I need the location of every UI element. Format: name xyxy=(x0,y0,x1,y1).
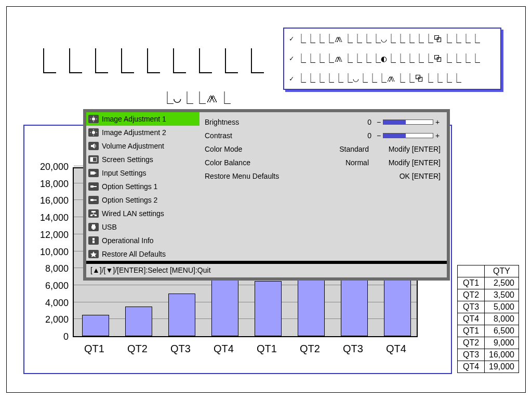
menu-item-operational-info[interactable]: Operational Info xyxy=(86,234,200,247)
menu-item-image-adjustment-1[interactable]: Image Adjustment 1 xyxy=(86,112,200,126)
option-value: Standard xyxy=(326,145,373,153)
subtitle-placeholder: ⎿◡⎿⎿⩕⎿ xyxy=(161,91,231,105)
menu-item-image-adjustment-2[interactable]: Image Adjustment 2 xyxy=(86,126,200,139)
menu-item-usb[interactable]: USB xyxy=(86,220,200,234)
bar xyxy=(255,281,282,336)
plus-icon[interactable]: + xyxy=(434,131,441,140)
menu-item-wired-lan-settings[interactable]: Wired LAN settings xyxy=(86,207,200,220)
x-tick-label: QT2 xyxy=(119,343,156,355)
option-label: Color Mode xyxy=(205,145,326,153)
menu-item-option-settings-1[interactable]: Option Settings 1 xyxy=(86,180,200,193)
menu-item-label: Screen Settings xyxy=(102,155,153,164)
menu-item-restore-all-defaults[interactable]: Restore All Defaults xyxy=(86,247,200,261)
y-tick-label: 2,000 xyxy=(32,314,69,325)
data-table: QTY QT12,500QT23,500QT35,000QT48,000QT16… xyxy=(457,265,519,373)
y-tick-label: 4,000 xyxy=(32,298,69,309)
option-brightness[interactable]: Brightness 0 −+ xyxy=(205,115,441,129)
legend-panel: ⎿⎿⎿⎿⩕⎿⎿⎿⎿◡⎿⎿⎿⎿⎿⧉⎿⎿⎿⎿ ⎿⎿⎿⎿⩕⎿⎿⎿⎿◐⎿⎿⎿⎿⎿⧉⎿⎿⎿… xyxy=(283,28,501,90)
menu-icon xyxy=(88,223,99,231)
menu-item-label: Volume Adjustment xyxy=(102,142,164,150)
plus-icon[interactable]: + xyxy=(434,118,441,126)
option-contrast[interactable]: Contrast 0 −+ xyxy=(205,129,441,142)
minus-icon[interactable]: − xyxy=(376,131,382,140)
option-color-balance[interactable]: Color Balance Normal Modify [ENTER] xyxy=(205,156,441,169)
y-tick-label: 18,000 xyxy=(32,179,69,190)
menu-item-label: Option Settings 2 xyxy=(102,196,157,204)
menu-item-label: Option Settings 1 xyxy=(102,182,157,191)
table-row: QT23,500 xyxy=(457,289,518,301)
y-tick-label: 16,000 xyxy=(32,195,69,206)
bar xyxy=(125,307,152,336)
x-tick-label: QT3 xyxy=(335,343,371,355)
osd-menu: Image Adjustment 1Image Adjustment 2Volu… xyxy=(83,109,450,281)
osd-category-list: Image Adjustment 1Image Adjustment 2Volu… xyxy=(86,112,200,261)
menu-item-option-settings-2[interactable]: Option Settings 2 xyxy=(86,193,200,207)
option-label: Restore Menu Defaults xyxy=(205,172,326,180)
svg-marker-10 xyxy=(91,143,95,149)
menu-icon xyxy=(88,250,99,258)
svg-rect-24 xyxy=(92,224,95,226)
menu-item-label: Wired LAN settings xyxy=(102,209,164,218)
x-tick-label: QT4 xyxy=(378,343,415,355)
table-row: QT12,500 xyxy=(457,277,518,289)
x-tick-label: QT1 xyxy=(249,343,285,355)
y-tick-label: 6,000 xyxy=(32,281,69,291)
option-color-mode[interactable]: Color Mode Standard Modify [ENTER] xyxy=(205,142,441,156)
x-tick-label: QT1 xyxy=(76,343,113,355)
svg-rect-17 xyxy=(90,199,94,201)
svg-rect-13 xyxy=(90,171,95,175)
menu-icon xyxy=(88,128,99,137)
menu-item-screen-settings[interactable]: Screen Settings xyxy=(86,153,200,166)
option-label: Color Balance xyxy=(205,158,326,167)
svg-point-0 xyxy=(92,117,95,121)
bar xyxy=(168,294,195,336)
svg-rect-19 xyxy=(91,211,96,212)
option-action: OK [ENTER] xyxy=(373,172,441,180)
menu-item-label: Image Adjustment 2 xyxy=(102,128,166,137)
minus-icon[interactable]: − xyxy=(376,118,382,126)
option-action: Modify [ENTER] xyxy=(373,145,441,153)
table-row: QT48,000 xyxy=(457,313,518,325)
menu-item-label: Image Adjustment 1 xyxy=(102,115,166,123)
option-restore-defaults[interactable]: Restore Menu Defaults OK [ENTER] xyxy=(205,169,441,183)
option-label: Contrast xyxy=(205,131,329,140)
y-tick-label: 0 xyxy=(32,331,69,342)
svg-marker-29 xyxy=(90,251,97,257)
svg-rect-27 xyxy=(92,238,95,240)
menu-item-input-settings[interactable]: Input Settings xyxy=(86,166,200,180)
table-row: QT29,000 xyxy=(457,337,518,349)
svg-rect-15 xyxy=(90,185,94,188)
option-label: Brightness xyxy=(205,118,329,126)
svg-point-5 xyxy=(92,131,95,134)
menu-icon xyxy=(88,209,99,218)
table-qty-header: QTY xyxy=(485,265,519,277)
svg-marker-14 xyxy=(95,172,97,174)
menu-icon xyxy=(88,196,99,204)
option-value: Normal xyxy=(326,158,373,167)
legend-item: ⎿⎿⎿⎿⩕⎿⎿⎿⎿◡⎿⎿⎿⎿⎿⧉⎿⎿⎿⎿ xyxy=(284,29,500,48)
menu-icon xyxy=(88,115,99,123)
x-tick-label: QT2 xyxy=(292,343,328,355)
legend-item: ⎿⎿⎿⎿⩕⎿⎿⎿⎿◐⎿⎿⎿⎿⎿⧉⎿⎿⎿⎿ xyxy=(284,48,500,68)
legend-item: ⎿⎿⎿⎿⎿⎿◡⎿⎿⎿⩕⎿⎿⧉⎿⎿⎿⎿ xyxy=(284,69,500,88)
table-row: QT316,000 xyxy=(457,349,518,361)
svg-rect-26 xyxy=(92,229,95,230)
menu-item-label: USB xyxy=(102,223,117,231)
osd-footer-hint: [▲]/[▼]/[ENTER]:Select [MENU]:Quit xyxy=(86,264,447,277)
menu-item-label: Operational Info xyxy=(102,236,154,245)
option-value: 0 xyxy=(329,118,376,126)
menu-icon xyxy=(88,142,99,150)
contrast-slider[interactable]: −+ xyxy=(376,131,441,140)
table-row: QT419,000 xyxy=(457,361,518,373)
bar xyxy=(82,315,109,336)
table-row: QT35,000 xyxy=(457,301,518,313)
svg-rect-25 xyxy=(91,226,96,229)
menu-item-volume-adjustment[interactable]: Volume Adjustment xyxy=(86,139,200,153)
brightness-slider[interactable]: −+ xyxy=(376,118,441,126)
x-tick-label: QT3 xyxy=(163,343,199,355)
x-tick-label: QT4 xyxy=(206,343,242,355)
y-tick-label: 14,000 xyxy=(32,212,69,223)
table-blank-header xyxy=(457,265,484,277)
option-value: 0 xyxy=(329,131,376,140)
y-tick-label: 20,000 xyxy=(32,162,69,172)
